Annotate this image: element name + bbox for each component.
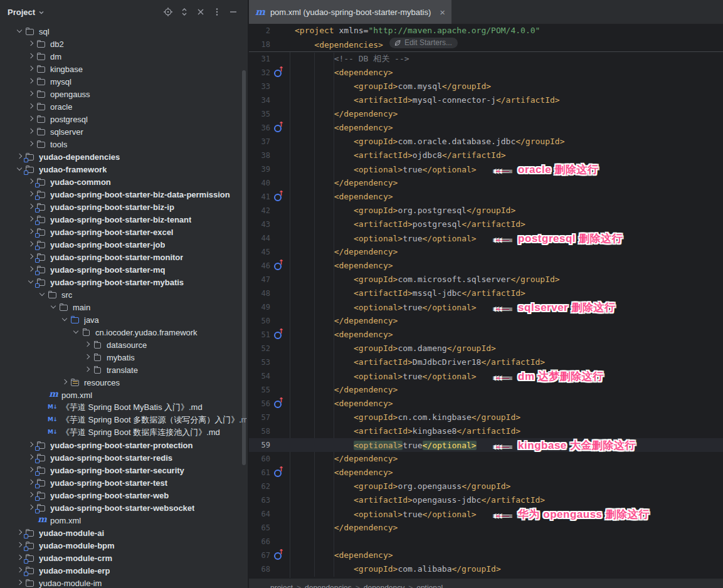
chevron-collapsed-icon[interactable] xyxy=(26,89,36,99)
code-line[interactable]: 31 <!-- DB 相关 --> xyxy=(249,52,723,66)
code-line[interactable]: 38 <artifactId>ojdbc8</artifactId> xyxy=(249,149,723,162)
collapse-all-icon[interactable] xyxy=(193,4,209,20)
code-line[interactable]: 51 <dependency> xyxy=(249,328,723,342)
tree-item[interactable]: main xyxy=(0,301,246,313)
tree-item[interactable]: postgresql xyxy=(0,113,246,125)
tree-item[interactable]: yudao-framework xyxy=(0,163,246,176)
code-line[interactable]: 39 <optional>true</optional>←oracle 删除这行 xyxy=(249,162,723,176)
project-panel-title-group[interactable]: Project xyxy=(8,8,45,17)
code-line[interactable]: 41 <dependency> xyxy=(249,190,723,204)
tree-item[interactable]: yudao-spring-boot-starter-mq xyxy=(0,263,246,276)
code-line[interactable]: 61 <dependency> xyxy=(249,466,723,480)
code-line[interactable]: 37 <groupId>com.oracle.database.jdbc</gr… xyxy=(249,135,723,149)
maven-dependency-gutter-icon[interactable] xyxy=(274,401,282,408)
chevron-collapsed-icon[interactable] xyxy=(82,365,93,375)
tree-item[interactable]: datasource xyxy=(0,339,246,351)
tree-item[interactable]: resources xyxy=(0,376,246,389)
code-line[interactable]: 40 </dependency> xyxy=(249,176,723,190)
chevron-collapsed-icon[interactable] xyxy=(82,352,93,362)
code-line[interactable]: 49 <optional>true</optional>←sqlserver 删… xyxy=(249,300,723,314)
code-line[interactable]: 32 <dependency> xyxy=(249,66,723,80)
tree-item[interactable]: cn.iocoder.yudao.framework xyxy=(0,326,246,339)
code-line[interactable]: 68 <groupId>com.alibaba</groupId> xyxy=(249,562,723,576)
code-line[interactable]: 55 </dependency> xyxy=(249,383,723,397)
code-line[interactable]: 66 xyxy=(249,535,723,549)
tree-item[interactable]: yudao-module-bpm xyxy=(0,539,246,552)
tree-item[interactable]: sqlserver xyxy=(0,125,246,138)
tree-item[interactable]: yudao-spring-boot-starter-mybatis xyxy=(0,276,246,288)
tree-item[interactable]: pom.xml xyxy=(0,389,246,401)
edit-starters-button[interactable]: Edit Starters... xyxy=(389,38,458,48)
maven-dependency-gutter-icon[interactable] xyxy=(274,125,282,132)
tree-item[interactable]: yudao-spring-boot-starter-biz-tenant xyxy=(0,213,246,226)
code-line[interactable]: 45 </dependency> xyxy=(249,245,723,259)
tree-item[interactable]: translate xyxy=(0,364,246,376)
code-line[interactable]: 53 <artifactId>DmJdbcDriver18</artifactI… xyxy=(249,355,723,369)
code-line[interactable]: 35 </dependency> xyxy=(249,107,723,121)
code-line[interactable]: 2<project xmlns="http://maven.apache.org… xyxy=(249,24,723,38)
code-line[interactable]: 63 <artifactId>opengauss-jdbc</artifactI… xyxy=(249,493,723,507)
code-editor[interactable]: 31 <!-- DB 相关 -->32 <dependency>33 <grou… xyxy=(249,52,723,579)
chevron-collapsed-icon[interactable] xyxy=(26,127,36,137)
code-line[interactable]: 67 <dependency> xyxy=(249,549,723,562)
code-line[interactable]: 60 </dependency> xyxy=(249,452,723,466)
editor-tab[interactable]: m pom.xml (yudao-spring-boot-starter-myb… xyxy=(249,0,451,24)
tree-item[interactable]: yudao-spring-boot-starter-security xyxy=(0,464,246,476)
code-line[interactable]: 59 <optional>true</optional>←kingbase 大金… xyxy=(249,438,723,452)
chevron-expanded-icon[interactable] xyxy=(14,26,25,36)
tree-item[interactable]: java xyxy=(0,313,246,326)
code-line[interactable]: 44 <optional>true</optional>←postgresql … xyxy=(249,231,723,245)
tree-item[interactable]: yudao-spring-boot-starter-websocket xyxy=(0,501,246,514)
tree-item[interactable]: src xyxy=(0,288,246,301)
tree-item[interactable]: yudao-spring-boot-starter-protection xyxy=(0,439,246,451)
tree-item[interactable]: kingbase xyxy=(0,63,246,75)
hide-panel-icon[interactable] xyxy=(225,4,241,20)
more-options-icon[interactable] xyxy=(209,4,225,20)
tree-item[interactable]: yudao-spring-boot-starter-job xyxy=(0,238,246,251)
chevron-collapsed-icon[interactable] xyxy=(26,39,36,49)
tree-item[interactable]: mybatis xyxy=(0,351,246,364)
code-line[interactable]: 64 <optional>true</optional>←华为 opengaus… xyxy=(249,507,723,521)
tree-item[interactable]: mysql xyxy=(0,75,246,88)
breadcrumb-item[interactable]: optional xyxy=(416,584,443,588)
expand-all-icon[interactable] xyxy=(176,4,193,20)
chevron-collapsed-icon[interactable] xyxy=(26,76,36,87)
tree-item[interactable]: 《芋道 Spring Boot 数据库连接池入门》.md xyxy=(0,426,246,439)
tree-item[interactable]: yudao-spring-boot-starter-biz-data-permi… xyxy=(0,188,246,201)
code-line[interactable]: 46 <dependency> xyxy=(249,259,723,273)
tree-item[interactable]: yudao-spring-boot-starter-biz-ip xyxy=(0,201,246,213)
chevron-collapsed-icon[interactable] xyxy=(26,114,36,124)
maven-dependency-gutter-icon[interactable] xyxy=(274,263,282,270)
tree-item[interactable]: yudao-spring-boot-starter-web xyxy=(0,489,246,501)
code-line[interactable]: 43 <artifactId>postgresql</artifactId> xyxy=(249,218,723,231)
close-icon[interactable]: × xyxy=(440,8,445,17)
chevron-expanded-icon[interactable] xyxy=(60,315,70,325)
breadcrumb-item[interactable]: dependency xyxy=(364,584,404,588)
tree-item[interactable]: yudao-dependencies xyxy=(0,150,246,163)
locate-icon[interactable] xyxy=(160,4,176,20)
tree-item[interactable]: tools xyxy=(0,138,246,150)
tree-item[interactable]: yudao-spring-boot-starter-redis xyxy=(0,451,246,464)
maven-dependency-gutter-icon[interactable] xyxy=(274,332,282,339)
code-line[interactable]: 36 <dependency> xyxy=(249,121,723,135)
tree-item[interactable]: dm xyxy=(0,50,246,63)
chevron-collapsed-icon[interactable] xyxy=(26,64,36,74)
code-line[interactable]: 65 </dependency> xyxy=(249,521,723,535)
code-line[interactable]: 18 <dependencies>Edit Starters... xyxy=(249,38,723,51)
code-line[interactable]: 48 <artifactId>mssql-jdbc</artifactId> xyxy=(249,286,723,300)
maven-dependency-gutter-icon[interactable] xyxy=(274,470,282,477)
tree-item[interactable]: yudao-spring-boot-starter-monitor xyxy=(0,251,246,263)
maven-dependency-gutter-icon[interactable] xyxy=(274,552,282,560)
tree-item[interactable]: yudao-spring-boot-starter-excel xyxy=(0,226,246,238)
tree-item[interactable]: yudao-module-ai xyxy=(0,527,246,539)
tree-item[interactable]: 《芋道 Spring Boot MyBatis 入门》.md xyxy=(0,401,246,414)
chevron-expanded-icon[interactable] xyxy=(37,290,48,300)
code-line[interactable]: 62 <groupId>org.opengauss</groupId> xyxy=(249,480,723,493)
code-line[interactable]: 58 <artifactId>kingbase8</artifactId> xyxy=(249,424,723,438)
breadcrumb-item[interactable]: project xyxy=(270,584,293,588)
code-line[interactable]: 50 </dependency> xyxy=(249,314,723,328)
tree-scrollbar[interactable] xyxy=(242,70,246,465)
chevron-collapsed-icon[interactable] xyxy=(26,102,36,112)
code-line[interactable]: 54 <optional>true</optional>←dm 达梦删除这行 xyxy=(249,369,723,383)
code-line[interactable]: 34 <artifactId>mysql-connector-j</artifa… xyxy=(249,93,723,107)
